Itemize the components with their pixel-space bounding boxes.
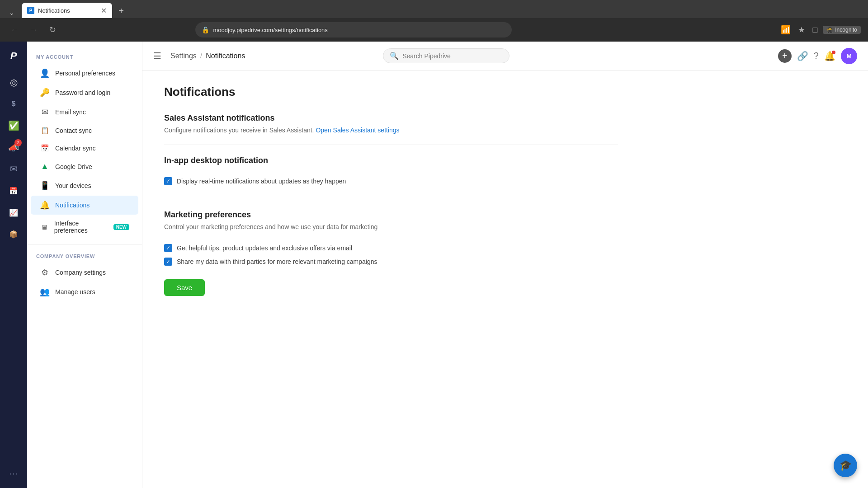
forward-btn[interactable]: → bbox=[26, 23, 41, 37]
menu-toggle-btn[interactable]: ☰ bbox=[153, 51, 161, 61]
sidebar-item-company-settings[interactable]: ⚙ Company settings bbox=[31, 263, 138, 282]
tab-favicon: P bbox=[27, 7, 34, 14]
sidebar-item-manage-users[interactable]: 👥 Manage users bbox=[31, 282, 138, 301]
sidebar-item-contact-sync[interactable]: 📋 Contact sync bbox=[31, 122, 138, 139]
nav-item-reports[interactable]: 📈 bbox=[4, 202, 24, 222]
sidebar-label-password-login: Password and login bbox=[55, 89, 110, 96]
contact-sync-icon: 📋 bbox=[40, 127, 50, 135]
nav-item-mail[interactable]: ✉ bbox=[4, 159, 24, 179]
checkmark-realtime: ✓ bbox=[166, 178, 170, 184]
address-lock-icon: 🔒 bbox=[202, 26, 209, 33]
tab-left-controls: ⌄ bbox=[4, 7, 20, 18]
cast-icon[interactable]: 📶 bbox=[779, 23, 793, 37]
sales-assistant-title: Sales Assistant notifications bbox=[164, 113, 618, 123]
marketing-checkboxes: ✓ Get helpful tips, product updates and … bbox=[164, 238, 618, 268]
in-app-desktop-title: In-app desktop notification bbox=[164, 156, 618, 165]
sidebar-label-personal-preferences: Personal preferences bbox=[55, 70, 115, 77]
logo-text: P bbox=[10, 50, 17, 62]
checkbox-share-data[interactable]: ✓ bbox=[164, 258, 172, 266]
section-marketing-preferences: Marketing preferences Control your marke… bbox=[164, 210, 618, 296]
header-actions: + 🔗 ? 🔔 M bbox=[778, 48, 857, 64]
search-bar: 🔍 bbox=[383, 48, 509, 63]
google-drive-icon: ▲ bbox=[40, 162, 50, 171]
sidebar-item-email-sync[interactable]: ✉ Email sync bbox=[31, 103, 138, 122]
company-settings-icon: ⚙ bbox=[40, 267, 50, 277]
active-tab[interactable]: P Notifications ✕ bbox=[22, 3, 112, 18]
nav-item-deals[interactable]: $ bbox=[4, 94, 24, 114]
share-icon[interactable]: 🔗 bbox=[797, 51, 808, 61]
nav-item-products[interactable]: 📦 bbox=[4, 224, 24, 244]
notification-dot bbox=[832, 51, 835, 54]
tab-chevron[interactable]: ⌄ bbox=[7, 7, 16, 18]
sidebar-item-personal-preferences[interactable]: 👤 Personal preferences bbox=[31, 64, 138, 83]
notifications-icon: 🔔 bbox=[40, 200, 50, 210]
sidebar-label-email-sync: Email sync bbox=[55, 108, 86, 116]
divider-2 bbox=[164, 199, 618, 199]
section-sales-assistant: Sales Assistant notifications Configure … bbox=[164, 113, 618, 134]
company-overview-label: COMPANY OVERVIEW bbox=[27, 250, 142, 263]
manage-users-icon: 👥 bbox=[40, 287, 50, 297]
save-button[interactable]: Save bbox=[164, 279, 205, 296]
password-icon: 🔑 bbox=[40, 88, 50, 98]
breadcrumb: Settings / Notifications bbox=[170, 52, 245, 60]
tab-close-btn[interactable]: ✕ bbox=[101, 6, 107, 15]
nav-item-home[interactable]: ◎ bbox=[4, 72, 24, 92]
checkbox-realtime-label: Display real-time notifications about up… bbox=[177, 178, 346, 185]
main-content: Notifications Sales Assistant notificati… bbox=[142, 70, 868, 488]
calendar-icon: 📅 bbox=[9, 187, 18, 195]
incognito-label: Incognito bbox=[835, 27, 857, 33]
nav-item-tasks[interactable]: ✅ bbox=[4, 116, 24, 136]
checkbox-realtime[interactable]: ✓ bbox=[164, 177, 172, 185]
help-icon[interactable]: ? bbox=[814, 51, 819, 61]
split-screen-icon[interactable]: □ bbox=[811, 23, 819, 37]
marketing-desc: Control your marketing preferences and h… bbox=[164, 223, 618, 230]
sidebar-item-your-devices[interactable]: 📱 Your devices bbox=[31, 176, 138, 195]
new-tab-btn[interactable]: + bbox=[114, 4, 128, 18]
sidebar-label-notifications: Notifications bbox=[55, 202, 90, 209]
personal-preferences-icon: 👤 bbox=[40, 68, 50, 78]
refresh-btn[interactable]: ↻ bbox=[45, 23, 60, 37]
sidebar-item-interface-preferences[interactable]: 🖥 Interface preferences NEW bbox=[31, 215, 138, 239]
sidebar-item-google-drive[interactable]: ▲ Google Drive bbox=[31, 157, 138, 176]
divider-1 bbox=[164, 145, 618, 145]
checkbox-share-data-label: Share my data with third parties for mor… bbox=[177, 258, 377, 265]
sales-assistant-link[interactable]: Open Sales Assistant settings bbox=[316, 127, 399, 134]
campaigns-badge: 2 bbox=[14, 139, 22, 146]
add-btn[interactable]: + bbox=[778, 49, 792, 63]
email-sync-icon: ✉ bbox=[40, 107, 50, 117]
pipedrive-logo[interactable]: P bbox=[4, 46, 24, 66]
calendar-sync-icon: 📅 bbox=[40, 144, 50, 152]
bookmark-icon[interactable]: ★ bbox=[796, 23, 807, 37]
avatar[interactable]: M bbox=[841, 48, 857, 64]
deals-icon: $ bbox=[12, 100, 16, 108]
marketing-title: Marketing preferences bbox=[164, 210, 618, 220]
section-in-app-desktop: In-app desktop notification ✓ Display re… bbox=[164, 156, 618, 188]
sidebar-label-calendar-sync: Calendar sync bbox=[55, 145, 96, 152]
sidebar: MY ACCOUNT 👤 Personal preferences 🔑 Pass… bbox=[27, 42, 142, 488]
back-btn[interactable]: ← bbox=[7, 23, 22, 37]
nav-more-btn[interactable]: ⋯ bbox=[4, 464, 24, 483]
breadcrumb-settings[interactable]: Settings bbox=[170, 52, 197, 60]
sidebar-label-your-devices: Your devices bbox=[55, 182, 91, 189]
sidebar-item-calendar-sync[interactable]: 📅 Calendar sync bbox=[31, 140, 138, 157]
browser-actions: 📶 ★ □ 🥷 Incognito bbox=[779, 23, 861, 37]
notification-bell-icon[interactable]: 🔔 bbox=[824, 51, 835, 61]
search-input[interactable] bbox=[402, 52, 493, 60]
search-icon: 🔍 bbox=[390, 52, 399, 60]
nav-item-calendar[interactable]: 📅 bbox=[4, 181, 24, 201]
main-area: ☰ Settings / Notifications 🔍 + 🔗 ? 🔔 M bbox=[142, 42, 868, 488]
reports-icon: 📈 bbox=[9, 208, 18, 217]
page-content: Notifications Sales Assistant notificati… bbox=[142, 70, 640, 310]
home-icon: ◎ bbox=[10, 77, 18, 88]
breadcrumb-current: Notifications bbox=[206, 52, 245, 60]
sidebar-item-notifications[interactable]: 🔔 Notifications bbox=[31, 196, 138, 215]
checkbox-row-helpful-tips: ✓ Get helpful tips, product updates and … bbox=[164, 241, 618, 255]
floating-help-btn[interactable]: 🎓 bbox=[834, 454, 857, 477]
checkbox-helpful-tips[interactable]: ✓ bbox=[164, 244, 172, 252]
sidebar-item-password-login[interactable]: 🔑 Password and login bbox=[31, 83, 138, 102]
sales-assistant-desc: Configure notifications you receive in S… bbox=[164, 127, 618, 134]
checkmark-helpful-tips: ✓ bbox=[166, 245, 170, 251]
my-account-label: MY ACCOUNT bbox=[27, 51, 142, 63]
nav-item-campaigns[interactable]: 📣 2 bbox=[4, 137, 24, 157]
address-bar[interactable]: 🔒 moodjoy.pipedrive.com/settings/notific… bbox=[195, 22, 512, 38]
